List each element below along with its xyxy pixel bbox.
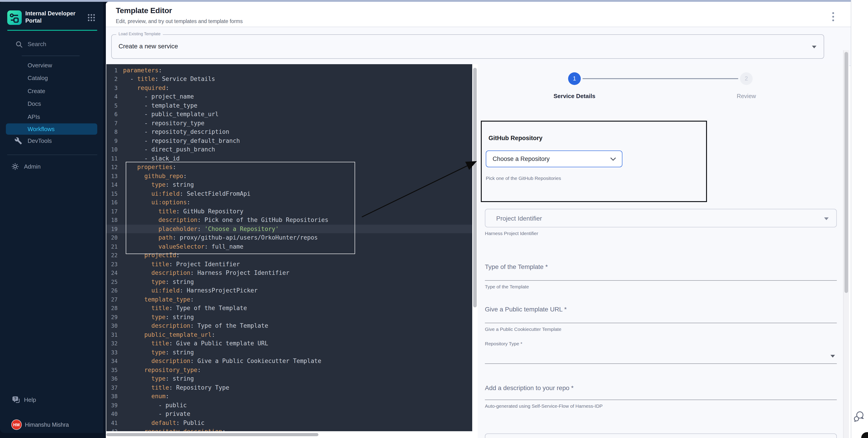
repository-type-label: Repository Type * [485, 341, 522, 346]
github-repository-select[interactable]: Choose a Repository [486, 150, 622, 167]
code-line: 24 description: Harness Project Identifi… [106, 269, 472, 277]
sidebar-item-help[interactable]: ? Help [0, 394, 103, 406]
brand-title: Internal Developer Portal [25, 10, 84, 25]
sidebar-item-label: DevTools [28, 138, 52, 144]
app-logo-icon [7, 10, 22, 25]
step-1-circle[interactable]: 1 [568, 72, 581, 85]
code-line: 4 - project_name [106, 92, 472, 101]
step-2-circle[interactable]: 2 [740, 72, 753, 85]
sidebar-item-label: APIs [28, 113, 40, 120]
code-line: 5 - template_type [106, 101, 472, 110]
code-line: 17 title: GitHub Repository [106, 207, 472, 215]
owner-select-box[interactable]: Choose an Owner for the Service [485, 434, 837, 438]
brand: Internal Developer Portal [7, 10, 99, 26]
editor-horizontal-scrollbar [106, 431, 478, 438]
form-preview-panel: 1 2 Service Details Review GitHub Reposi… [478, 64, 843, 438]
code-line: 41 default: Public [106, 418, 472, 427]
help-chat-icon: ? [12, 396, 20, 406]
github-repository-helper: Pick one of the GitHub Repositories [486, 175, 561, 181]
code-line: 11 - slack_id [106, 154, 472, 163]
sidebar-nav: OverviewCatalogCreateDocsAPIsWorkflowsDe… [0, 59, 103, 147]
code-lines: 1parameters:2 - title: Service Details3 … [106, 66, 472, 431]
outer-right-margin [851, 0, 868, 438]
code-line: 21 valueSelector: full_name [106, 242, 472, 251]
panel-vscroll-thumb[interactable] [844, 52, 848, 293]
project-identifier-placeholder: Project Identifier [496, 215, 542, 222]
search-label: Search [28, 41, 46, 47]
project-identifier-select[interactable]: Project Identifier [485, 209, 837, 227]
apps-grid-icon[interactable] [87, 13, 95, 22]
code-line: 18 description: Pick one of the GitHub R… [106, 215, 472, 225]
dropdown-arrow-icon[interactable] [831, 355, 835, 358]
sidebar-item-label: Create [28, 88, 45, 95]
code-line: 37 title: Repository Type [106, 383, 472, 392]
github-repository-highlight-box: GitHub Repository Choose a Repository Pi… [481, 121, 707, 202]
sidebar-item-apis[interactable]: APIs [0, 110, 103, 123]
code-line: 12 properties: [106, 163, 472, 172]
code-line: 34 description: Give a Public Cookiecutt… [106, 357, 472, 366]
step-2-label: Review [704, 93, 789, 99]
window-top-strip [0, 0, 868, 2]
sidebar-item-workflows[interactable]: Workflows [6, 123, 97, 134]
sidebar-item-label: Admin [24, 163, 41, 170]
panel-vertical-scrollbar [843, 50, 849, 438]
code-line: 26 ui:field: HarnessProjectPicker [106, 286, 472, 295]
code-line: 23 title: Project Identifier [106, 260, 472, 269]
code-line: 10 - direct_push_branch [106, 145, 472, 154]
template-type-label: Type of the Template * [485, 263, 548, 270]
sidebar: Internal Developer Portal Searc [0, 2, 103, 433]
sidebar-item-catalog[interactable]: Catalog [0, 72, 103, 85]
editor-hscroll-thumb[interactable] [106, 433, 318, 436]
public-url-input[interactable] [485, 323, 837, 323]
code-line: 3 required: [106, 83, 472, 92]
code-line: 2 - title: Service Details [106, 75, 472, 83]
repo-description-input[interactable] [485, 400, 837, 400]
public-url-helper: Give a Public Cookiecutter Template [485, 326, 561, 332]
corner-fab-partial[interactable] [861, 432, 868, 438]
sidebar-search[interactable]: Search [0, 39, 103, 50]
chevron-down-icon [610, 157, 616, 161]
admin-divider [7, 155, 97, 155]
sidebar-item-docs[interactable]: Docs [0, 97, 103, 110]
user-menu[interactable]: HM Himanshu Mishra [0, 418, 103, 432]
repo-description-helper: Auto-generated using Self-Service-Flow o… [485, 403, 603, 409]
step-1-label: Service Details [532, 93, 617, 99]
code-line: 31 public_template_url: [106, 330, 472, 339]
load-template-select[interactable]: Load Existing Template Create a new serv… [111, 34, 824, 59]
kebab-menu-icon[interactable] [831, 12, 835, 22]
editor-vscroll-thumb[interactable] [473, 68, 477, 307]
code-line: 14 type: string [106, 180, 472, 189]
sidebar-item-label: Docs [28, 101, 41, 107]
sidebar-item-overview[interactable]: Overview [0, 59, 103, 72]
code-line: 22 projectId: [106, 251, 472, 260]
code-line: 29 type: string [106, 312, 472, 322]
code-line: 40 - private [106, 409, 472, 418]
repo-description-label: Add a description to your repo * [485, 384, 574, 392]
search-icon [16, 41, 23, 50]
code-line: 42 repositoty_description: [106, 427, 472, 431]
yaml-code-editor[interactable]: 1parameters:2 - title: Service Details3 … [106, 64, 472, 431]
sidebar-item-admin[interactable]: Admin [0, 161, 103, 173]
stepper-connector [583, 78, 738, 79]
template-type-input[interactable] [485, 280, 837, 281]
wrench-icon [14, 137, 23, 145]
project-identifier-helper: Harness Project Identifier [485, 231, 538, 236]
sidebar-item-create[interactable]: Create [0, 85, 103, 97]
load-template-value: Create a new service [119, 42, 178, 50]
code-line: 27 template_type: [106, 295, 472, 304]
template-type-helper: Type of the Template [485, 284, 529, 289]
screen: Internal Developer Portal Searc [0, 0, 868, 438]
code-line: 6 - public_template_url [106, 110, 472, 119]
repository-type-select[interactable] [485, 363, 837, 364]
sidebar-item-label: Overview [28, 62, 52, 69]
chat-support-icon[interactable] [852, 410, 865, 423]
sidebar-accent-divider [7, 30, 97, 31]
dropdown-arrow-icon [824, 217, 829, 220]
code-line: 16 ui:options: [106, 198, 472, 207]
sidebar-item-devtools[interactable]: DevTools [0, 134, 103, 147]
page-title: Template Editor [116, 6, 172, 15]
editor-vertical-scrollbar [472, 64, 478, 431]
gear-icon [11, 163, 19, 172]
load-template-label: Load Existing Template [116, 32, 163, 36]
code-line: 35 repository_type: [106, 366, 472, 374]
